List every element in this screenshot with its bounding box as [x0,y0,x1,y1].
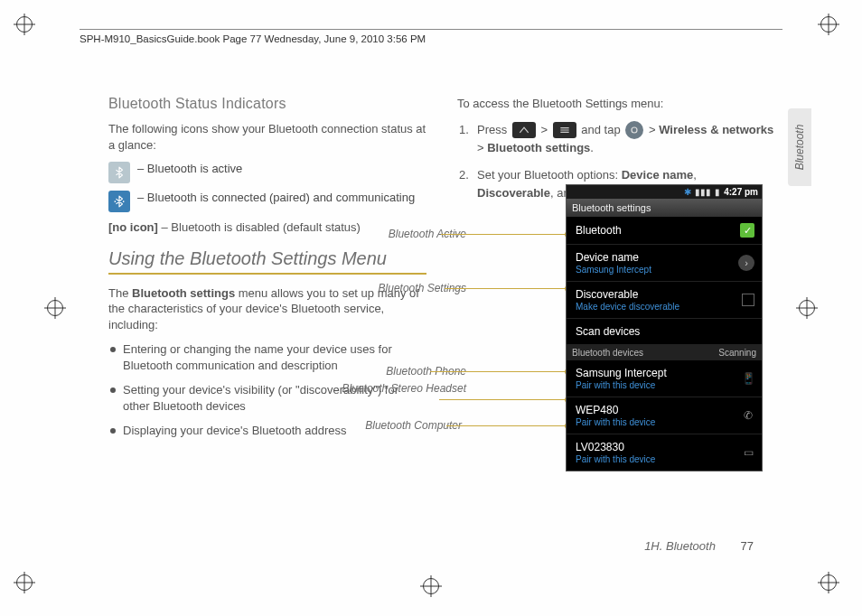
s1-press: Press [477,123,511,136]
callout-computer: Bluetooth Computer [335,419,462,432]
dev2-name: WEP480 [576,404,655,416]
phone-row-discoverable[interactable]: Discoverable Make device discoverable [567,282,762,319]
status-intro: The following icons show your Bluetooth … [108,121,426,153]
running-header-text: SPH-M910_BasicsGuide.book Page 77 Wednes… [80,33,426,44]
phone-row-device-name[interactable]: Device name Samsung Intercept › [567,245,762,282]
phone-row-disc-sub: Make device discoverable [576,302,679,312]
s1-btsettings: Bluetooth settings [487,141,590,154]
lead-phone [430,371,567,372]
running-header: SPH-M910_BasicsGuide.book Page 77 Wednes… [80,29,782,44]
crop-mark-left-icon [47,300,63,316]
crop-mark-br-icon [820,574,846,600]
s2-dn: Device name [622,168,694,182]
s1-gt2: > [649,123,659,136]
bluetooth-active-icon [108,162,130,183]
crop-mark-tl-icon [16,16,42,42]
phone-row-dn-sub: Samsung Intercept [576,265,651,275]
phone-status-bar: ✱ ▮▮▮ ▮ 4:27 pm [567,185,762,199]
dev3-sub: Pair with this device [576,454,655,464]
phone-screen-title: Bluetooth settings [567,199,762,217]
s1-gt3: > [477,141,487,154]
footer-page-number: 77 [741,539,754,553]
page-footer: 1H. Bluetooth 77 [644,539,754,553]
phone-device-1[interactable]: Samsung Intercept Pair with this device … [567,360,762,397]
row-bt-active: – Bluetooth is active [108,162,426,183]
home-key-icon [512,122,536,138]
bt-active-text: – Bluetooth is active [137,162,242,175]
access-intro: To access the Bluetooth Settings menu: [457,96,775,112]
bluetooth-paired-icon [108,191,130,212]
left-column: Bluetooth Status Indicators The followin… [108,96,426,448]
s1-tap: and tap [581,123,623,136]
footer-section: 1H. Bluetooth [644,539,716,553]
callout-headset: Bluetooth Stereo Headset [340,383,466,395]
phone-screenshot: ✱ ▮▮▮ ▮ 4:27 pm Bluetooth settings Bluet… [566,184,773,471]
side-tab-label: Bluetooth [793,125,806,171]
crop-mark-tr-icon [820,16,846,42]
side-tab: Bluetooth [788,108,811,186]
checkbox-empty-icon [742,294,754,306]
lead-computer [446,425,567,426]
headset-device-icon: ✆ [742,409,754,422]
right-column: To access the Bluetooth Settings menu: P… [457,96,775,448]
using-bt-menu-heading: Using the Bluetooth Settings Menu [108,248,426,275]
svg-point-0 [114,201,116,202]
status-bt-icon: ✱ [684,187,691,197]
phone-row-scan[interactable]: Scan devices [567,319,762,345]
computer-device-icon: ▭ [742,446,754,459]
phone-subhead-left: Bluetooth devices [572,348,643,358]
crop-mark-right-icon [799,300,815,316]
s2-c1: , [693,168,697,182]
phone-device-3[interactable]: LV023830 Pair with this device ▭ [567,434,762,471]
menu-key-icon [553,122,576,138]
status-indicators-heading: Bluetooth Status Indicators [108,96,426,112]
p1a: The [108,286,132,300]
phone-device-2[interactable]: WEP480 Pair with this device ✆ [567,397,762,434]
no-icon-text: – Bluetooth is disabled (default status) [158,220,361,234]
no-icon-label: [no icon] [108,220,158,234]
s1-wireless: Wireless & networks [659,123,773,136]
phone-row-scan-label: Scan devices [576,325,640,338]
s2-a: Set your Bluetooth options: [477,168,622,182]
p1b: Bluetooth settings [132,286,235,300]
phone-row-disc-label: Discoverable [576,288,679,301]
status-time: 4:27 pm [724,187,758,197]
phone-row-bt-label: Bluetooth [576,224,622,237]
lead-settings [445,288,567,289]
svg-point-2 [632,127,637,133]
settings-gear-icon [625,121,643,139]
status-battery-icon: ▮ [715,187,720,197]
dev1-sub: Pair with this device [576,380,667,390]
s1-gt1: > [540,123,550,136]
checkbox-checked-icon: ✓ [740,223,754,238]
s1-end: . [590,141,594,154]
phone-subhead-right: Scanning [718,348,756,358]
crop-mark-bottom-icon [423,578,439,594]
chevron-right-icon: › [738,255,754,271]
dev2-sub: Pair with this device [576,417,655,427]
phone-device-icon: 📱 [742,372,754,385]
crop-mark-bl-icon [16,574,42,600]
lead-active [441,234,567,235]
bt-paired-text: – Bluetooth is connected (paired) and co… [137,191,415,204]
lead-headset [439,399,567,400]
step-1: Press > and tap > Wireless & networks > … [457,121,775,158]
phone-row-bluetooth[interactable]: Bluetooth ✓ [567,217,762,245]
dev3-name: LV023830 [576,441,655,453]
dev1-name: Samsung Intercept [576,367,667,379]
status-signal-icon: ▮▮▮ [695,187,711,197]
svg-point-1 [123,201,125,202]
s2-dc: Discoverable [477,186,550,200]
phone-row-dn-label: Device name [576,251,651,264]
row-bt-paired: – Bluetooth is connected (paired) and co… [108,191,426,212]
phone-subheader: Bluetooth devices Scanning [567,345,762,360]
